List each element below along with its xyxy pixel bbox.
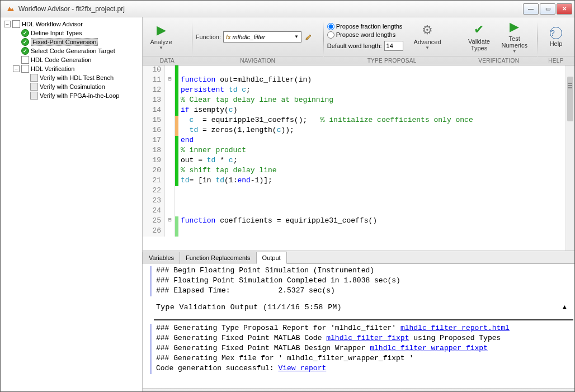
code-editor[interactable]: 1011⊟function out=mlhdlc_filter(in)12per…	[143, 65, 574, 251]
fold-gutter[interactable]	[165, 65, 175, 75]
fold-gutter[interactable]	[165, 226, 175, 237]
tree-item[interactable]: Select Code Generation Target	[11, 46, 141, 55]
code-text: if isempty(c)	[178, 106, 237, 116]
fold-gutter[interactable]	[165, 206, 175, 216]
fold-gutter[interactable]	[165, 126, 175, 136]
radio-input[interactable]	[327, 23, 334, 30]
code-line[interactable]: 25⊟function coefficients = equiripple31_…	[143, 216, 574, 226]
line-number: 19	[143, 156, 165, 166]
test-numerics-button[interactable]: ▶ Test Numerics ▼	[497, 20, 531, 54]
analyze-button[interactable]: ▶ Analyze ▼	[146, 20, 176, 54]
wordlen-label: Default word length:	[327, 42, 382, 49]
collapse-icon[interactable]: –	[4, 21, 11, 27]
code-line[interactable]: 16 td = zeros(1,length(c));	[143, 126, 574, 136]
output-line: ### Generating Mex file for ' mlhdlc_fil…	[143, 354, 573, 364]
code-line[interactable]: 22	[143, 186, 574, 196]
code-line[interactable]: 15 c = equiripple31_coeffs(); % initiali…	[143, 116, 574, 126]
edit-icon[interactable]	[304, 32, 314, 42]
output-link[interactable]: mlhdlc_filter_wrapper_fixpt	[370, 344, 488, 352]
code-line[interactable]: 11⊟function out=mlhdlc_filter(in)	[143, 75, 574, 86]
line-number: 23	[143, 196, 165, 206]
line-number: 15	[143, 116, 165, 126]
tree-item[interactable]: Verify with FPGA-in-the-Loop	[20, 91, 141, 100]
fold-gutter[interactable]	[165, 156, 175, 166]
code-line[interactable]: 26	[143, 226, 574, 237]
propose-word-radio[interactable]: Propose word lengths	[327, 31, 403, 39]
wordlen-input[interactable]	[384, 41, 403, 51]
play-icon: ▶	[157, 23, 166, 37]
tree-item[interactable]: Fixed-Point Conversion	[11, 37, 141, 46]
fold-gutter[interactable]	[165, 86, 175, 96]
code-text: end	[178, 136, 194, 146]
line-number: 11	[143, 75, 165, 86]
code-line[interactable]: 17end	[143, 136, 574, 146]
section-title: Type Validation Output (11/1/16 5:58 PM)	[156, 303, 342, 311]
code-text: function out=mlhdlc_filter(in)	[178, 75, 312, 86]
function-select[interactable]: fx mlhdlc_filter ▼	[223, 31, 301, 42]
code-line[interactable]: 13% Clear tap delay line at beginning	[143, 96, 574, 106]
check-icon	[21, 29, 29, 37]
code-text: % shift tap delay line	[178, 166, 277, 176]
output-link[interactable]: mlhdlc_filter_report.html	[400, 324, 510, 332]
fold-gutter[interactable]	[165, 106, 175, 116]
code-line[interactable]: 19out = td * c;	[143, 156, 574, 166]
propose-fraction-radio[interactable]: Propose fraction lengths	[327, 23, 403, 30]
code-line[interactable]: 24	[143, 206, 574, 216]
fold-gutter[interactable]	[165, 186, 175, 196]
fold-gutter[interactable]	[165, 96, 175, 106]
collapse-icon[interactable]: –	[13, 65, 20, 72]
line-number: 17	[143, 136, 165, 146]
group-label: DATA COLLECTION	[143, 56, 192, 65]
fold-gutter[interactable]	[165, 116, 175, 126]
fold-gutter[interactable]	[165, 166, 175, 176]
tree-root-label: HDL Workflow Advisor	[22, 21, 83, 27]
validate-types-button[interactable]: ✔ Validate Types	[464, 20, 494, 54]
fx-icon: fx	[226, 34, 231, 40]
fold-gutter[interactable]	[165, 196, 175, 206]
code-line[interactable]: 14if isempty(c)	[143, 106, 574, 116]
code-line[interactable]: 18% inner product	[143, 146, 574, 156]
tab-function-replacements[interactable]: Function Replacements	[180, 252, 257, 264]
chevron-down-icon: ▼	[512, 49, 517, 54]
collapse-triangle-icon[interactable]: ▲	[563, 304, 567, 311]
fold-gutter[interactable]: ⊟	[165, 216, 175, 226]
tree-root[interactable]: – HDL Workflow Advisor	[2, 20, 141, 29]
tree-item-label: HDL Code Generation	[31, 56, 91, 63]
help-button[interactable]: ? Help	[541, 20, 571, 54]
code-line[interactable]: 20% shift tap delay line	[143, 166, 574, 176]
tree-item[interactable]: Define Input Types	[11, 29, 141, 37]
advanced-button[interactable]: ⚙ Advanced ▼	[410, 20, 445, 54]
code-line[interactable]: 12persistent td c;	[143, 86, 574, 96]
workflow-tree[interactable]: – HDL Workflow Advisor Define Input Type…	[1, 17, 143, 391]
output-link[interactable]: mlhdlc_filter_fixpt	[326, 334, 409, 342]
code-line[interactable]: 21td= [in td(1:end-1)];	[143, 176, 574, 186]
square-icon	[30, 74, 38, 82]
doc-icon	[21, 56, 29, 64]
tree-item[interactable]: HDL Code Generation	[11, 55, 141, 64]
minimize-button[interactable]: —	[523, 3, 539, 15]
tab-variables[interactable]: Variables	[143, 252, 180, 264]
fold-gutter[interactable]	[165, 176, 175, 186]
fold-gutter[interactable]	[165, 146, 175, 156]
tree-verification[interactable]: – HDL Verification	[11, 64, 141, 73]
check-icon	[21, 47, 29, 55]
play-icon: ▶	[510, 20, 519, 34]
radio-input[interactable]	[327, 31, 334, 39]
code-line[interactable]: 23	[143, 196, 574, 206]
close-button[interactable]: ✕	[557, 3, 572, 15]
maximize-button[interactable]: ▭	[540, 3, 555, 15]
line-number: 13	[143, 96, 165, 106]
line-number: 22	[143, 186, 165, 196]
fold-gutter[interactable]	[165, 136, 175, 146]
tree-item[interactable]: Verify with HDL Test Bench	[20, 73, 141, 82]
check-icon: ✔	[474, 22, 484, 37]
output-link[interactable]: View report	[278, 364, 326, 372]
tree-item-label: Define Input Types	[31, 30, 82, 36]
output-pane[interactable]: ### Begin Floating Point Simulation (Ins…	[143, 264, 574, 388]
fold-gutter[interactable]: ⊟	[165, 75, 175, 86]
line-number: 18	[143, 146, 165, 156]
code-line[interactable]: 10	[143, 65, 574, 75]
tab-output[interactable]: Output	[256, 252, 287, 264]
vertical-scrollbar[interactable]	[565, 65, 574, 251]
tree-item[interactable]: Verify with Cosimulation	[20, 82, 141, 91]
